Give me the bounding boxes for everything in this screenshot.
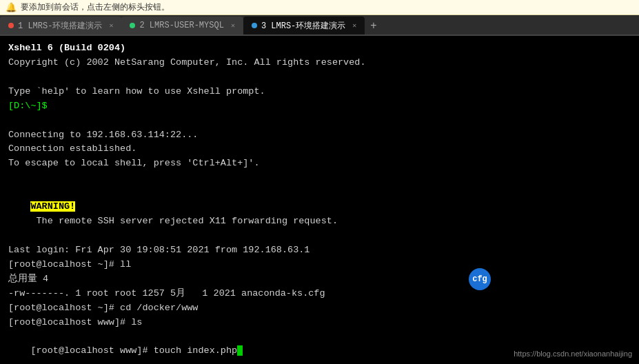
tab-1-label: 1 LMRS-环境搭建演示	[18, 20, 102, 32]
tab-2-close[interactable]: ✕	[231, 21, 235, 30]
tab-1-close[interactable]: ✕	[109, 21, 113, 30]
terminal-line-10	[8, 171, 631, 185]
tab-3-close[interactable]: ✕	[352, 21, 356, 30]
notification-text: 要添加到前会话，点击左侧的标头按钮。	[21, 1, 170, 13]
tab-1-dot	[8, 23, 14, 28]
terminal-line-warning: WARNING! The remote SSH server rejected …	[8, 185, 631, 243]
tab-3[interactable]: 3 LMRS-环境搭建演示 ✕	[243, 17, 365, 34]
cursor	[237, 345, 243, 356]
bell-icon: 🔔	[6, 2, 17, 13]
tab-2-dot	[130, 23, 135, 28]
terminal-line-5: [D:\~]$	[8, 99, 631, 114]
terminal-line-12: Last login: Fri Apr 30 19:08:51 2021 fro…	[8, 243, 631, 258]
terminal-line-14: 总用量 4	[8, 272, 631, 287]
terminal-line-15: -rw-------. 1 root root 1257 5月 1 2021 a…	[8, 287, 631, 301]
annotation-circle-text: cfg	[472, 273, 487, 286]
notification-bar: 🔔 要添加到前会话，点击左侧的标头按钮。	[0, 0, 639, 15]
tab-2[interactable]: 2 LMRS-USER-MYSQL ✕	[121, 17, 243, 34]
annotation-circle: cfg	[469, 268, 491, 290]
tab-bar: 1 LMRS-环境搭建演示 ✕ 2 LMRS-USER-MYSQL ✕ 3 LM…	[0, 15, 639, 36]
terminal-line-4: Type `help' to learn how to use Xshell p…	[8, 85, 631, 99]
tab-1[interactable]: 1 LMRS-环境搭建演示 ✕	[0, 17, 121, 34]
watermark: https://blog.csdn.net/xiaonanhaijing	[514, 348, 632, 360]
warning-badge: WARNING!	[30, 201, 75, 212]
terminal-line-3	[8, 70, 631, 85]
terminal-line-1: Xshell 6 (Build 0204)	[8, 41, 631, 56]
terminal[interactable]: Xshell 6 (Build 0204) Copyright (c) 2002…	[0, 36, 639, 364]
tab-3-label: 3 LMRS-环境搭建演示	[261, 20, 345, 32]
terminal-line-17: [root@localhost www]# ls	[8, 316, 631, 330]
terminal-line-2: Copyright (c) 2002 NetSarang Computer, I…	[8, 56, 631, 70]
tab-3-dot	[252, 23, 257, 28]
tab-2-label: 2 LMRS-USER-MYSQL	[139, 21, 223, 30]
terminal-line-6	[8, 114, 631, 128]
prompt-text: [root@localhost www]# touch index.php	[30, 345, 237, 356]
terminal-line-8: Connection established.	[8, 142, 631, 156]
terminal-line-9: To escape to local shell, press 'Ctrl+Al…	[8, 156, 631, 171]
tab-add-button[interactable]: +	[365, 17, 382, 34]
terminal-line-7: Connecting to 192.168.63.114:22...	[8, 128, 631, 143]
warning-text: The remote SSH server rejected X11 forwa…	[30, 216, 338, 226]
terminal-line-13: [root@localhost ~]# ll	[8, 258, 631, 272]
terminal-line-16: [root@localhost ~]# cd /docker/www	[8, 301, 631, 316]
